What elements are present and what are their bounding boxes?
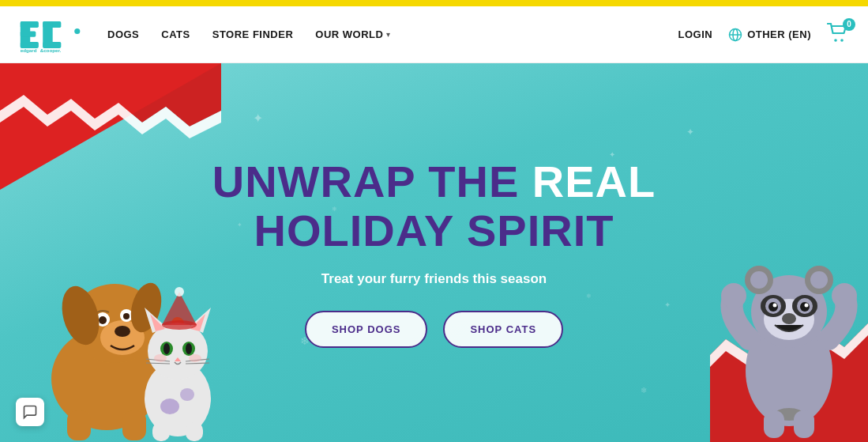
svg-point-68 bbox=[805, 304, 809, 308]
nav-right: LOGIN OTHER (EN) 0 bbox=[678, 23, 849, 47]
nav-link-store-finder[interactable]: STORE FINDER bbox=[212, 28, 294, 40]
nav-links: DOGS CATS STORE FINDER OUR WORLD ▾ bbox=[107, 28, 678, 40]
svg-point-51 bbox=[154, 354, 167, 362]
svg-point-69 bbox=[782, 313, 796, 324]
svg-marker-54 bbox=[162, 292, 197, 325]
svg-point-57 bbox=[721, 283, 746, 308]
svg-rect-1 bbox=[21, 21, 39, 28]
cart-badge: 0 bbox=[843, 18, 855, 31]
svg-point-71 bbox=[750, 271, 768, 289]
svg-point-9 bbox=[74, 28, 80, 34]
hero-subtitle: Treat your furry friends this season bbox=[212, 271, 656, 287]
chevron-down-icon: ▾ bbox=[386, 30, 390, 39]
svg-point-23 bbox=[115, 326, 130, 337]
torn-paper-top-left bbox=[0, 63, 221, 190]
svg-point-67 bbox=[773, 304, 777, 308]
hero-buttons: SHOP DOGS SHOP CATS bbox=[212, 311, 656, 348]
hero-section: ✦ ✦ ❄ ❄ ✦ ❄ ✦ ❄ ✦ UNWRAP THE REAL HOLIDA… bbox=[0, 63, 868, 442]
snowflake-5: ✦ bbox=[686, 127, 694, 138]
nav-link-our-world[interactable]: OUR WORLD ▾ bbox=[315, 28, 390, 40]
snowflake-1: ✦ bbox=[253, 111, 263, 126]
svg-point-25 bbox=[99, 316, 107, 324]
svg-text:&cooper.: &cooper. bbox=[40, 47, 62, 53]
svg-point-65 bbox=[768, 302, 778, 312]
svg-point-66 bbox=[800, 302, 810, 312]
chat-icon bbox=[22, 404, 38, 420]
globe-icon bbox=[728, 28, 742, 42]
login-link[interactable]: LOGIN bbox=[678, 28, 712, 40]
svg-rect-49 bbox=[152, 422, 170, 441]
svg-rect-30 bbox=[67, 410, 91, 440]
raccoon-illustration bbox=[710, 236, 868, 442]
navbar: edgard &cooper. DOGS CATS STORE FINDER O… bbox=[0, 6, 868, 63]
hero-title-part2: HOLIDAY SPIRIT bbox=[254, 206, 614, 255]
svg-point-33 bbox=[160, 399, 179, 414]
top-bar bbox=[0, 0, 868, 6]
shop-dogs-button[interactable]: SHOP DOGS bbox=[305, 311, 428, 348]
svg-rect-50 bbox=[186, 422, 203, 441]
svg-point-58 bbox=[832, 283, 857, 308]
cart-button[interactable]: 0 bbox=[827, 23, 849, 47]
svg-point-41 bbox=[163, 343, 170, 354]
snowflake-9: ✦ bbox=[664, 300, 671, 309]
svg-point-13 bbox=[834, 39, 837, 42]
nav-link-dogs[interactable]: DOGS bbox=[107, 28, 139, 40]
svg-point-14 bbox=[840, 39, 844, 42]
language-selector[interactable]: OTHER (EN) bbox=[728, 28, 811, 42]
logo[interactable]: edgard &cooper. bbox=[19, 16, 82, 54]
svg-rect-75 bbox=[764, 410, 784, 438]
svg-point-73 bbox=[810, 271, 828, 289]
nav-link-cats[interactable]: CATS bbox=[161, 28, 190, 40]
hero-title-real: REAL bbox=[532, 157, 656, 206]
our-world-label: OUR WORLD bbox=[315, 28, 383, 40]
svg-point-34 bbox=[180, 388, 194, 401]
svg-point-43 bbox=[186, 343, 192, 354]
hero-title: UNWRAP THE REAL HOLIDAY SPIRIT bbox=[212, 157, 656, 255]
shop-cats-button[interactable]: SHOP CATS bbox=[443, 311, 563, 348]
svg-point-27 bbox=[123, 313, 130, 319]
svg-point-55 bbox=[175, 287, 184, 297]
chat-button[interactable] bbox=[16, 398, 44, 426]
language-label: OTHER (EN) bbox=[747, 28, 811, 40]
svg-rect-76 bbox=[794, 410, 814, 438]
svg-text:edgard: edgard bbox=[21, 47, 37, 53]
svg-rect-2 bbox=[21, 31, 36, 36]
cat-illustration bbox=[130, 284, 225, 442]
svg-point-52 bbox=[189, 354, 201, 362]
hero-title-part1: UNWRAP THE bbox=[212, 157, 532, 206]
hero-content: UNWRAP THE REAL HOLIDAY SPIRIT Treat you… bbox=[212, 157, 656, 347]
snowflake-6: ❄ bbox=[641, 386, 647, 395]
